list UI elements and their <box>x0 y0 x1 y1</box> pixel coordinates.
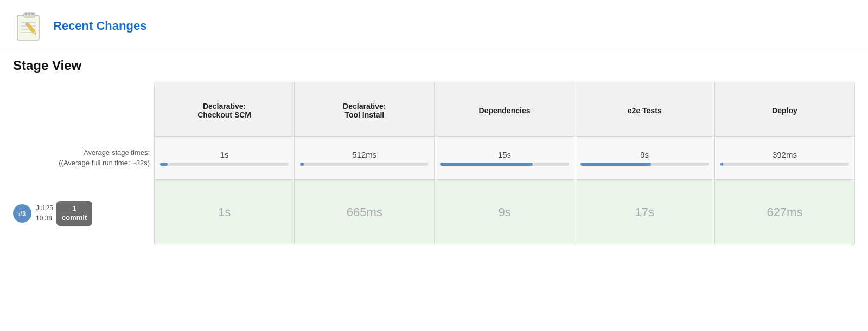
svg-rect-0 <box>17 15 39 40</box>
stage-avg-time-e2e-tests: 9s <box>640 150 649 159</box>
stage-col-declarative-tool-install: Declarative:Tool Install512ms665ms <box>295 82 435 245</box>
stage-avg-row-declarative-checkout-scm: 1s <box>155 137 294 180</box>
stage-avg-time-declarative-tool-install: 512ms <box>352 150 376 159</box>
stage-avg-row-dependencies: 15s <box>435 137 574 180</box>
stage-header-e2e-tests: e2e Tests <box>575 82 714 137</box>
stage-avg-row-e2e-tests: 9s <box>575 137 714 180</box>
stage-build-cell-dependencies[interactable]: 9s <box>435 180 574 245</box>
main-content: Stage View Average stage times:((Average… <box>0 48 868 245</box>
build-time: 10:38 <box>36 213 53 224</box>
stage-avg-time-declarative-checkout-scm: 1s <box>220 150 229 159</box>
left-header-spacer <box>13 82 154 136</box>
svg-point-7 <box>28 13 30 15</box>
build-info: Jul 25 10:38 <box>36 203 53 224</box>
build-badge[interactable]: #3 <box>13 204 31 223</box>
stage-col-declarative-checkout-scm: Declarative:Checkout SCM1s1s <box>155 82 295 245</box>
page-title: Stage View <box>13 58 855 73</box>
stage-table: Average stage times:((Average full run t… <box>13 82 855 245</box>
stage-build-cell-deploy[interactable]: 627ms <box>715 180 854 245</box>
avg-times-text: Average stage times:((Average full run t… <box>59 147 150 168</box>
stage-avg-row-deploy: 392ms <box>715 137 854 180</box>
stage-avg-time-dependencies: 15s <box>498 150 511 159</box>
stage-build-cell-declarative-tool-install[interactable]: 665ms <box>295 180 434 245</box>
stage-col-dependencies: Dependencies15s9s <box>435 82 575 245</box>
stage-avg-time-deploy: 392ms <box>773 150 797 159</box>
stages-area: Declarative:Checkout SCM1s1sDeclarative:… <box>154 82 855 245</box>
stage-avg-row-declarative-tool-install: 512ms <box>295 137 434 180</box>
left-panel: Average stage times:((Average full run t… <box>13 82 154 245</box>
notepad-icon <box>13 10 46 42</box>
stage-build-cell-declarative-checkout-scm[interactable]: 1s <box>155 180 294 245</box>
stage-header-declarative-checkout-scm: Declarative:Checkout SCM <box>155 82 294 137</box>
stage-col-deploy: Deploy392ms627ms <box>715 82 854 245</box>
avg-times-label-row: Average stage times:((Average full run t… <box>13 136 154 179</box>
build-row-left: #3 Jul 25 10:38 1 commit <box>13 179 154 244</box>
stage-header-dependencies: Dependencies <box>435 82 574 137</box>
stage-build-cell-e2e-tests[interactable]: 17s <box>575 180 714 245</box>
build-date: Jul 25 <box>36 203 53 213</box>
page-header: Recent Changes <box>0 0 868 48</box>
stage-col-e2e-tests: e2e Tests9s17s <box>575 82 715 245</box>
svg-point-6 <box>25 13 27 15</box>
recent-changes-link[interactable]: Recent Changes <box>53 19 146 33</box>
commit-badge[interactable]: 1 commit <box>56 201 92 226</box>
stage-header-deploy: Deploy <box>715 82 854 137</box>
svg-point-8 <box>31 13 34 15</box>
stage-header-declarative-tool-install: Declarative:Tool Install <box>295 82 434 137</box>
